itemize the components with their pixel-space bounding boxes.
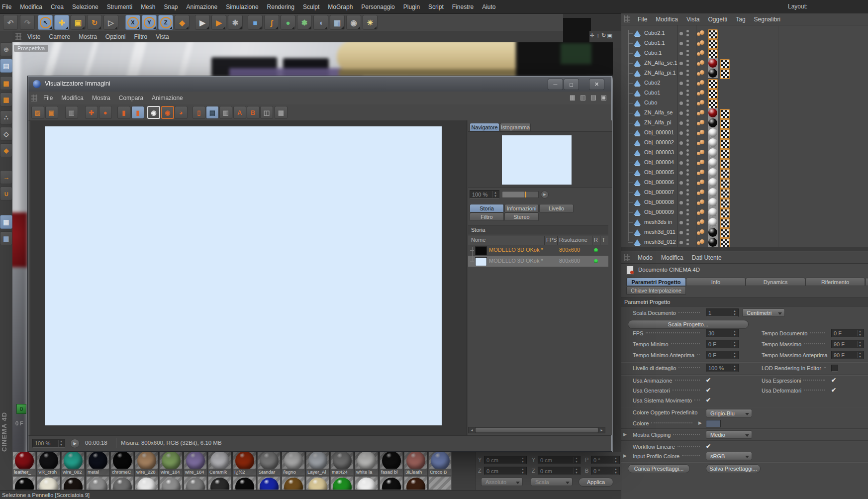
set-b-icon[interactable]: B [247,106,260,119]
render-view-icon[interactable]: ▤ [0,59,12,73]
texture-tag-icon[interactable] [720,199,730,208]
phong-tag-icon2[interactable] [700,219,704,224]
object-name[interactable]: Obj_000004 [644,159,674,165]
tab-partial[interactable] [866,278,868,286]
material-tile[interactable] [86,476,109,490]
visibility-editor-dot[interactable] [679,141,683,145]
coord-input[interactable]: 0 cm▲▼ [538,467,580,475]
visibility-render-dot[interactable] [686,30,689,32]
visibility-render-dot2[interactable] [686,163,689,166]
usage-checkbox[interactable]: ✔ [831,387,836,394]
object-row[interactable]: Obj_000005 [621,168,868,178]
visibility-editor-dot[interactable] [679,111,683,115]
visibility-render-dot2[interactable] [686,54,689,56]
single-view-icon[interactable]: ◉ [147,106,160,119]
object-name[interactable]: Obj_000005 [644,169,674,175]
object-name[interactable]: Obj_000001 [644,129,674,135]
visibility-render-dot[interactable] [686,149,689,152]
material-tile[interactable]: VR_croh [37,452,60,476]
stepper-icon[interactable]: ▲▼ [492,191,498,198]
minimize-button[interactable]: ─ [548,79,563,90]
object-row[interactable]: ZN_Alfa_se.1 [621,58,868,68]
visibility-render-dot2[interactable] [686,64,689,66]
param-input[interactable]: 30▲▼ [706,329,739,337]
layout-rows-icon[interactable]: ▤ [589,94,597,101]
pv-titlebar[interactable]: Visualizzatore Immagini ─□✕ [28,77,611,92]
history-hscrollbar[interactable]: ◂ ▸ [468,427,605,433]
phong-tag-icon2[interactable] [700,80,704,85]
render-settings-button[interactable]: ✱ [228,15,243,30]
colore-expand-icon[interactable]: ▶ [698,420,702,425]
texture-tag-icon[interactable] [720,129,730,139]
phong-tag-icon2[interactable] [700,180,704,184]
menu-strumenti[interactable]: Strumenti [107,3,132,10]
object-row[interactable]: Obj_000008 [621,198,868,207]
pv-menu-compara[interactable]: Compara [119,95,143,101]
phong-tag-icon2[interactable] [700,200,704,204]
dock-image-icon[interactable]: ✚ [85,106,98,119]
stepper-icon[interactable]: ▲▼ [613,468,618,474]
object-row[interactable]: mesh3ds in [621,217,868,227]
stepper-icon[interactable]: ▲▼ [732,352,737,358]
om-menu-modifica[interactable]: Modifica [656,16,678,23]
param-input[interactable]: 0 F▲▼ [706,351,739,359]
visibility-render-dot[interactable] [686,239,689,241]
object-name[interactable]: Cubo [644,100,657,105]
deformer-menu[interactable]: ◖ [313,15,328,30]
attribute-grip[interactable] [624,254,630,261]
viewport-menu-filtro[interactable]: Filtro [134,33,148,40]
param-input[interactable]: 90 F▲▼ [831,340,864,348]
layout-columns-icon[interactable]: ▥ [579,94,587,101]
material-tile[interactable] [159,476,183,490]
menu-modifica[interactable]: Modifica [20,3,42,10]
param-input[interactable]: 0 F▲▼ [831,329,864,337]
history-row[interactable]: MODELLO 3D OKok *800x600 [468,245,608,256]
stepper-icon[interactable]: ▲▼ [574,468,579,474]
generator-menu[interactable]: ● [281,15,295,30]
pv-menu-modifica[interactable]: Modifica [61,95,84,101]
object-name[interactable]: ZN_Alfa_pi [644,119,671,125]
visibility-render-dot2[interactable] [686,94,689,96]
phong-tag-icon2[interactable] [700,90,704,95]
visibility-render-dot[interactable] [686,219,689,221]
render-picture-viewer-button[interactable]: ▶ [211,15,226,30]
undo-icon[interactable]: ↶ [3,15,18,30]
menu-file[interactable]: File [2,3,11,10]
mesh-grid-icon[interactable]: ▦ [0,93,12,106]
tab-info[interactable]: Info [686,278,746,286]
material-tile[interactable]: Croco B [428,452,452,476]
snap-magnet-icon[interactable]: ∪ [0,187,12,200]
close-button[interactable]: ✕ [589,79,604,90]
texture-tag-icon[interactable] [708,29,718,39]
navigator-zoom-slider[interactable] [502,191,539,198]
tab-filtro[interactable]: Filtro [470,212,504,221]
mograph-menu[interactable]: ✽ [297,15,312,30]
visibility-editor-dot[interactable] [679,131,683,135]
phong-tag-icon2[interactable] [700,120,704,124]
tab-istogramma[interactable]: Istogramma [500,123,531,131]
set-a-icon[interactable]: A [233,106,246,119]
object-row[interactable]: ZN_Alfa_pi.1 [621,68,868,78]
coords-mode2-dropdown[interactable]: Scala [531,478,573,486]
visibility-render-dot2[interactable] [686,233,689,235]
stepper-icon[interactable]: ▲▼ [574,457,579,463]
object-row[interactable]: Cubo2.1 [621,28,868,38]
visibility-render-dot2[interactable] [686,44,689,46]
om-menu-tag[interactable]: Tag [736,16,745,23]
scala-documento-input[interactable]: 1▲▼ [706,308,739,317]
unit-dropdown[interactable]: Centimetri [742,308,785,317]
material-tag-icon[interactable] [708,68,718,78]
tab-storia[interactable]: Storia [470,204,504,212]
grid-ab-icon[interactable]: ▦ [275,106,288,119]
material-tag-icon[interactable] [708,158,718,168]
stepper-icon[interactable]: ▲▼ [732,330,737,336]
rotate-tool[interactable]: ↻ [87,15,102,30]
workplane-grid-icon[interactable]: ▦ [0,231,12,245]
am-menu-modifica[interactable]: Modifica [661,254,683,261]
usage-checkbox[interactable]: ✔ [831,377,836,384]
points-mode-icon[interactable]: ∴ [0,110,12,124]
visibility-render-dot[interactable] [686,119,689,122]
object-row[interactable]: Cubo1.1 [621,38,868,48]
object-name[interactable]: Obj_000006 [644,179,674,185]
object-name[interactable]: mesh3d_012 [644,239,676,245]
